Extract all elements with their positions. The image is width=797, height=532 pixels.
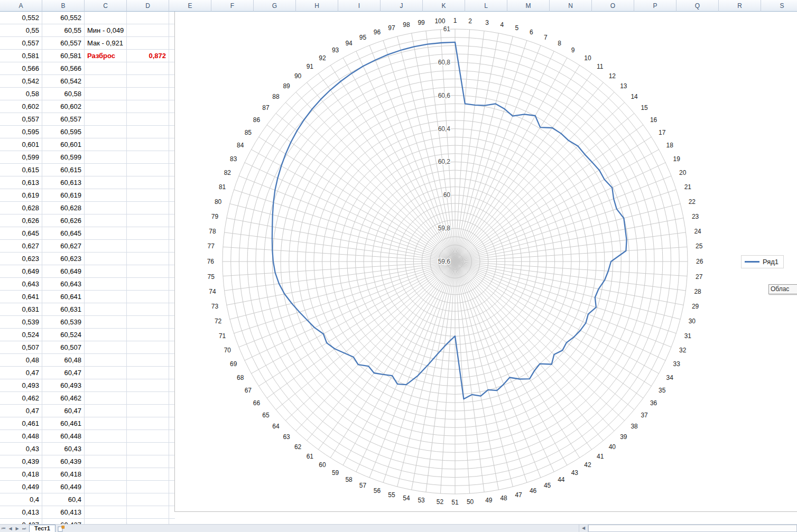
cell-a20[interactable]: 0,623 xyxy=(0,253,42,265)
cell-c21[interactable] xyxy=(85,265,127,278)
cell-a32[interactable]: 0,47 xyxy=(0,405,42,417)
cell-b23[interactable]: 60,641 xyxy=(42,291,85,303)
cell-c18[interactable] xyxy=(85,227,127,240)
cell-b38[interactable]: 60,449 xyxy=(42,481,85,493)
cell-b36[interactable]: 60,439 xyxy=(42,455,85,468)
cell-a19[interactable]: 0,627 xyxy=(0,240,42,253)
cell-b27[interactable]: 60,507 xyxy=(42,341,85,354)
column-header-k[interactable]: K xyxy=(423,0,465,12)
radar-chart[interactable]: 1234567891011121314151617181920212223242… xyxy=(174,12,797,512)
cell-a1[interactable]: 0,552 xyxy=(0,12,42,24)
cell-c15[interactable] xyxy=(85,189,127,202)
cell-c12[interactable] xyxy=(85,151,127,164)
scrollbar-thumb[interactable] xyxy=(588,525,797,532)
cell-c5[interactable] xyxy=(85,62,127,75)
cell-c7[interactable] xyxy=(85,88,127,100)
cell-b40[interactable]: 60,413 xyxy=(42,506,85,519)
cell-a14[interactable]: 0,613 xyxy=(0,176,42,189)
cell-a40[interactable]: 0,413 xyxy=(0,506,42,519)
cell-b5[interactable]: 60,566 xyxy=(42,62,85,75)
cell-b32[interactable]: 60,47 xyxy=(42,405,85,417)
cell-a13[interactable]: 0,615 xyxy=(0,164,42,176)
cell-d1[interactable] xyxy=(127,12,169,24)
cell-d26[interactable] xyxy=(127,329,169,341)
column-header-i[interactable]: I xyxy=(338,0,381,12)
cell-a3[interactable]: 0,557 xyxy=(0,37,42,50)
cell-d11[interactable] xyxy=(127,138,169,151)
cell-c28[interactable] xyxy=(85,354,127,367)
cell-c35[interactable] xyxy=(85,443,127,455)
cell-d27[interactable] xyxy=(127,341,169,354)
cell-c20[interactable] xyxy=(85,253,127,265)
cell-a2[interactable]: 0,55 xyxy=(0,24,42,37)
cell-b37[interactable]: 60,418 xyxy=(42,468,85,481)
column-header-d[interactable]: D xyxy=(127,0,169,12)
column-header-s[interactable]: S xyxy=(761,0,797,12)
cell-a10[interactable]: 0,595 xyxy=(0,126,42,138)
cell-d9[interactable] xyxy=(127,113,169,126)
cell-b6[interactable]: 60,542 xyxy=(42,75,85,88)
cell-d39[interactable] xyxy=(127,493,169,506)
column-header-n[interactable]: N xyxy=(550,0,592,12)
cell-b34[interactable]: 60,448 xyxy=(42,430,85,443)
tab-nav-last-icon[interactable]: ⏭ xyxy=(21,525,27,532)
cell-b26[interactable]: 60,524 xyxy=(42,329,85,341)
cell-c33[interactable] xyxy=(85,417,127,430)
cell-d7[interactable] xyxy=(127,88,169,100)
cell-c32[interactable] xyxy=(85,405,127,417)
cell-a38[interactable]: 0,449 xyxy=(0,481,42,493)
column-header-a[interactable]: A xyxy=(0,0,42,12)
cell-d38[interactable] xyxy=(127,481,169,493)
column-header-c[interactable]: C xyxy=(85,0,127,12)
cell-c10[interactable] xyxy=(85,126,127,138)
cell-b10[interactable]: 60,595 xyxy=(42,126,85,138)
cell-a5[interactable]: 0,566 xyxy=(0,62,42,75)
cell-a7[interactable]: 0,58 xyxy=(0,88,42,100)
column-header-b[interactable]: B xyxy=(42,0,85,12)
cell-d8[interactable] xyxy=(127,100,169,113)
cell-c36[interactable] xyxy=(85,455,127,468)
cell-d3[interactable] xyxy=(127,37,169,50)
cell-a23[interactable]: 0,641 xyxy=(0,291,42,303)
cell-b8[interactable]: 60,602 xyxy=(42,100,85,113)
cell-d4[interactable]: 0,872 xyxy=(127,50,169,62)
column-header-l[interactable]: L xyxy=(465,0,507,12)
cell-d34[interactable] xyxy=(127,430,169,443)
cell-c1[interactable] xyxy=(85,12,127,24)
cell-b12[interactable]: 60,599 xyxy=(42,151,85,164)
cell-b14[interactable]: 60,613 xyxy=(42,176,85,189)
cell-a26[interactable]: 0,524 xyxy=(0,329,42,341)
cell-b24[interactable]: 60,631 xyxy=(42,303,85,316)
horizontal-scrollbar[interactable]: ◀ xyxy=(579,525,797,532)
cell-c23[interactable] xyxy=(85,291,127,303)
cell-a18[interactable]: 0,645 xyxy=(0,227,42,240)
cell-d33[interactable] xyxy=(127,417,169,430)
tab-nav-next-icon[interactable]: ▶ xyxy=(14,525,21,532)
column-header-r[interactable]: R xyxy=(719,0,761,12)
column-header-f[interactable]: F xyxy=(211,0,254,12)
cell-a35[interactable]: 0,43 xyxy=(0,443,42,455)
cell-c14[interactable] xyxy=(85,176,127,189)
insert-sheet-icon[interactable] xyxy=(58,525,64,532)
cell-d13[interactable] xyxy=(127,164,169,176)
cell-d23[interactable] xyxy=(127,291,169,303)
cell-d40[interactable] xyxy=(127,506,169,519)
cell-d25[interactable] xyxy=(127,316,169,329)
cell-a25[interactable]: 0,539 xyxy=(0,316,42,329)
cell-d20[interactable] xyxy=(127,253,169,265)
column-header-m[interactable]: M xyxy=(507,0,550,12)
cell-b39[interactable]: 60,4 xyxy=(42,493,85,506)
cell-c37[interactable] xyxy=(85,468,127,481)
cell-c8[interactable] xyxy=(85,100,127,113)
cell-c25[interactable] xyxy=(85,316,127,329)
cell-b35[interactable]: 60,43 xyxy=(42,443,85,455)
cell-b4[interactable]: 60,581 xyxy=(42,50,85,62)
cell-b33[interactable]: 60,461 xyxy=(42,417,85,430)
cell-c9[interactable] xyxy=(85,113,127,126)
cell-d21[interactable] xyxy=(127,265,169,278)
cell-d19[interactable] xyxy=(127,240,169,253)
chart-legend[interactable]: Ряд1 xyxy=(741,255,784,268)
cell-c17[interactable] xyxy=(85,214,127,227)
cell-d6[interactable] xyxy=(127,75,169,88)
cell-b11[interactable]: 60,601 xyxy=(42,138,85,151)
